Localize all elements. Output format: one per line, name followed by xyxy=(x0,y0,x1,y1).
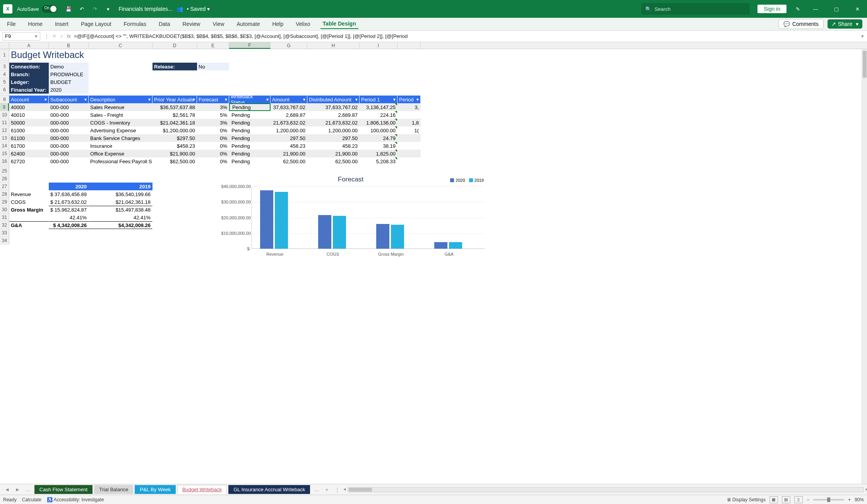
table-cell[interactable]: Advertising Expense xyxy=(89,126,152,134)
table-cell[interactable]: 3, xyxy=(398,103,421,111)
table-cell[interactable] xyxy=(398,157,421,165)
table-cell[interactable]: Sales Revenue xyxy=(89,103,152,111)
table-cell[interactable]: 21,900.00 xyxy=(307,150,360,157)
table-cell[interactable]: Bank Service Charges xyxy=(89,134,152,142)
table-header-forecast[interactable]: Forecast▼ xyxy=(197,96,229,103)
horizontal-scrollbar[interactable]: ◄ ► xyxy=(348,487,864,492)
meta-value-connection[interactable]: Demo xyxy=(49,63,89,70)
tab-file[interactable]: File xyxy=(5,19,18,29)
writeback-status-cell[interactable]: Pending xyxy=(229,150,271,157)
undo-icon[interactable]: ↶ xyxy=(77,4,87,14)
col-head-G[interactable]: G xyxy=(271,42,307,49)
table-cell[interactable]: 224.16 xyxy=(360,111,398,119)
table-cell[interactable]: Sales - Freight xyxy=(89,111,152,119)
row-head-1[interactable]: 1 xyxy=(0,49,9,61)
autosave-toggle[interactable]: AutoSave On xyxy=(17,5,57,13)
table-cell[interactable]: 000-000 xyxy=(49,111,89,119)
share-button[interactable]: ↗Share▾ xyxy=(828,19,862,29)
page-layout-view-icon[interactable]: ▤ xyxy=(782,496,790,503)
table-header-distributed-amount[interactable]: Distributed Amount▼ xyxy=(307,96,360,103)
table-cell[interactable] xyxy=(398,150,421,157)
tab-review[interactable]: Review xyxy=(180,19,203,29)
table-cell[interactable]: 000-000 xyxy=(49,157,89,165)
row-head-9[interactable]: 9 xyxy=(0,103,9,111)
sheet-tab-cash-flow-statement[interactable]: Cash Flow Statement xyxy=(34,485,93,494)
meta-label-branch[interactable]: Branch: xyxy=(9,70,49,78)
row-head-34[interactable]: 34 xyxy=(0,237,9,244)
writeback-status-cell[interactable]: Pending xyxy=(229,142,271,150)
table-header-period[interactable]: Period▼ xyxy=(398,96,421,103)
table-cell[interactable]: 458.23 xyxy=(307,142,360,150)
forecast-chart[interactable]: Forecast 2020 2019 $-$10,000,000.00$20,0… xyxy=(215,176,486,259)
row-head-30[interactable]: 30 xyxy=(0,206,9,214)
table-cell[interactable]: 000-000 xyxy=(49,142,89,150)
cancel-icon[interactable]: ✕ xyxy=(52,33,57,39)
table-cell[interactable]: 38.19 xyxy=(360,142,398,150)
col-head-I[interactable]: I xyxy=(360,42,398,49)
summary-v1[interactable]: $ 37,636,456.89 xyxy=(49,190,89,198)
table-cell[interactable]: 1,200,000.00 xyxy=(271,126,307,134)
table-cell[interactable]: Insurance xyxy=(89,142,152,150)
table-cell[interactable]: 62,500.00 xyxy=(307,157,360,165)
row-head-10[interactable]: 10 xyxy=(0,111,9,119)
filename-area[interactable]: Financials templates... 👥 • Saved ▾ xyxy=(118,6,210,12)
tab-nav-left-icon[interactable]: ◄ xyxy=(3,487,11,492)
table-cell[interactable]: 3,136,147.25 xyxy=(360,103,398,111)
table-cell[interactable]: 62400 xyxy=(9,150,49,157)
table-cell[interactable]: 297.50 xyxy=(307,134,360,142)
writeback-status-cell[interactable]: Pending xyxy=(229,157,271,165)
redo-icon[interactable]: ↷ xyxy=(90,4,100,14)
save-icon[interactable]: 💾 xyxy=(63,4,74,14)
table-header-account[interactable]: Account▼ xyxy=(9,96,49,103)
summary-v2[interactable]: 42.41% xyxy=(89,214,152,221)
table-cell[interactable]: 458.23 xyxy=(271,142,307,150)
table-cell[interactable]: 61700 xyxy=(9,142,49,150)
table-cell[interactable] xyxy=(398,142,421,150)
row-head-28[interactable]: 28 xyxy=(0,190,9,198)
row-head-12[interactable]: 12 xyxy=(0,126,9,134)
col-head-A[interactable]: A xyxy=(9,42,49,49)
table-cell[interactable]: COGS - Inventory xyxy=(89,119,152,126)
meta-value-year[interactable]: 2020 xyxy=(49,86,89,94)
summary-year-2[interactable]: 2019 xyxy=(89,183,152,190)
row-head-33[interactable]: 33 xyxy=(0,229,9,237)
summary-v2[interactable]: $4,342,008.26 xyxy=(89,221,152,229)
chevron-down-icon[interactable]: ▾ xyxy=(35,33,38,39)
col-head-H[interactable]: H xyxy=(307,42,360,49)
zoom-in-icon[interactable]: + xyxy=(848,497,851,502)
table-cell[interactable]: $36,537,637.88 xyxy=(152,103,197,111)
insert-function-icon[interactable]: ⋮ xyxy=(44,33,49,39)
table-cell[interactable] xyxy=(398,134,421,142)
table-cell[interactable]: 61000 xyxy=(9,126,49,134)
table-cell[interactable]: Professional Fees:Payroll Servi xyxy=(89,157,152,165)
table-cell[interactable]: $297.50 xyxy=(152,134,197,142)
display-settings[interactable]: 🖥 Display Settings xyxy=(726,497,766,502)
table-cell[interactable]: 5% xyxy=(197,111,229,119)
table-cell[interactable]: 1,806,136.00 xyxy=(360,119,398,126)
customize-qat-icon[interactable]: ▾ xyxy=(103,4,113,14)
meta-label-connection[interactable]: Connection: xyxy=(9,63,49,70)
tab-help[interactable]: Help xyxy=(270,19,286,29)
row-head-4[interactable]: 4 xyxy=(0,70,9,78)
table-cell[interactable]: 000-000 xyxy=(49,134,89,142)
page-title[interactable]: Budget Writeback xyxy=(9,49,396,61)
summary-label[interactable]: COGS xyxy=(9,198,49,206)
table-cell[interactable]: 50000 xyxy=(9,119,49,126)
col-head-B[interactable]: B xyxy=(49,42,89,49)
table-cell[interactable]: 61100 xyxy=(9,134,49,142)
normal-view-icon[interactable]: ▦ xyxy=(769,496,778,503)
table-cell[interactable]: 2,689.87 xyxy=(307,111,360,119)
tab-nav-more-icon[interactable]: … xyxy=(24,487,32,492)
summary-label[interactable]: G&A xyxy=(9,221,49,229)
writeback-status-cell[interactable]: Pending xyxy=(229,103,271,111)
meta-value-ledger[interactable]: BUDGET xyxy=(49,78,89,86)
toggle-switch[interactable]: On xyxy=(42,5,57,13)
table-cell[interactable]: 0% xyxy=(197,126,229,134)
summary-v1[interactable]: $ 4,342,008.26 xyxy=(49,221,89,229)
zoom-slider[interactable] xyxy=(813,499,844,501)
row-head-26[interactable]: 26 xyxy=(0,175,9,183)
sheet-tab-budget-writeback[interactable]: Budget Writeback xyxy=(177,485,227,494)
table-cell[interactable]: 40010 xyxy=(9,111,49,119)
zoom-level[interactable]: 90% xyxy=(855,497,864,502)
tab-formulas[interactable]: Formulas xyxy=(122,19,149,29)
